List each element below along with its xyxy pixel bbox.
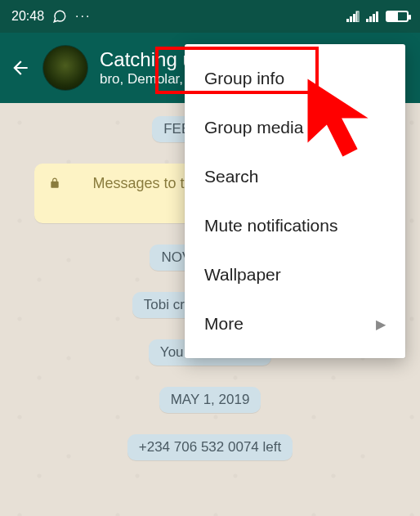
date-pill: MAY 1, 2019 — [159, 387, 261, 413]
back-icon[interactable] — [10, 57, 31, 79]
menu-label: Search — [204, 167, 259, 186]
status-bar: 20:48 ··· — [0, 0, 420, 33]
battery-icon — [386, 11, 409, 22]
svg-rect-5 — [366, 19, 369, 22]
menu-item-mute-notifications[interactable]: Mute notifications — [185, 201, 405, 250]
status-right — [346, 11, 409, 22]
svg-rect-7 — [373, 14, 375, 22]
chevron-right-icon: ▶ — [376, 316, 386, 332]
lock-icon — [49, 177, 60, 190]
signal-icon-1 — [346, 11, 360, 22]
svg-marker-9 — [308, 79, 369, 157]
system-message: +234 706 532 0074 left — [127, 434, 293, 460]
status-dots: ··· — [75, 9, 91, 24]
avatar[interactable] — [42, 45, 88, 91]
annotation-cursor-icon — [302, 74, 409, 180]
chat-bubble-icon — [52, 9, 67, 24]
menu-label: More — [204, 314, 244, 334]
svg-rect-8 — [376, 11, 378, 22]
menu-item-wallpaper[interactable]: Wallpaper — [185, 250, 405, 299]
svg-rect-0 — [346, 19, 349, 22]
svg-rect-1 — [350, 16, 352, 22]
menu-item-more[interactable]: More ▶ — [185, 299, 405, 348]
status-left: 20:48 ··· — [11, 9, 91, 24]
annotation-highlight — [155, 47, 319, 94]
menu-label: Group media — [204, 118, 303, 137]
svg-rect-6 — [369, 16, 372, 22]
status-time: 20:48 — [11, 9, 44, 24]
menu-label: Wallpaper — [204, 265, 281, 285]
svg-rect-2 — [353, 14, 355, 22]
signal-icon-2 — [366, 11, 379, 22]
menu-label: Mute notifications — [204, 216, 337, 236]
svg-rect-4 — [356, 11, 358, 22]
